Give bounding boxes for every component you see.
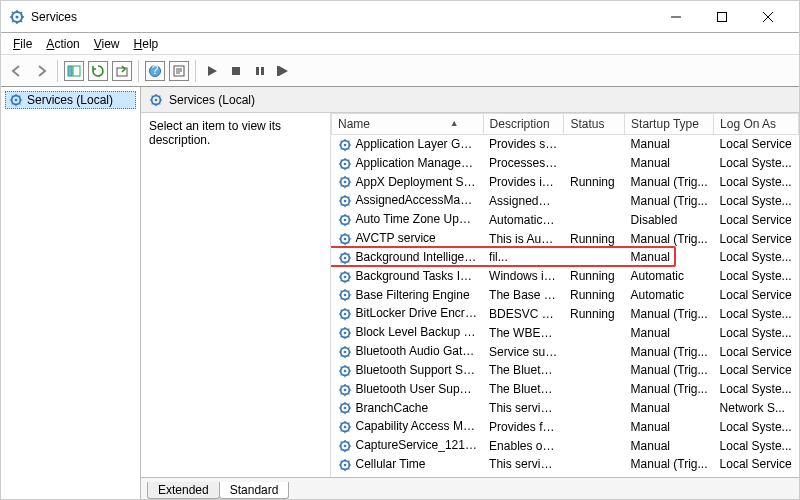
maximize-button[interactable] xyxy=(699,3,745,31)
close-button[interactable] xyxy=(745,3,791,31)
start-icon[interactable] xyxy=(202,61,222,81)
service-logon: Local Service xyxy=(714,135,799,154)
gear-icon xyxy=(338,307,352,321)
service-status xyxy=(564,191,625,210)
service-status xyxy=(564,135,625,154)
service-row[interactable]: Auto Time Zone UpdaterAutomatica...Disab… xyxy=(332,210,799,229)
col-startup[interactable]: Startup Type xyxy=(625,114,714,135)
tab-standard[interactable]: Standard xyxy=(219,482,290,499)
back-icon[interactable] xyxy=(7,61,27,81)
tree-root-services-local[interactable]: Services (Local) xyxy=(5,91,136,109)
service-logon: Local Syste... xyxy=(714,323,799,342)
service-startup: Manual xyxy=(625,399,714,418)
properties-icon[interactable] xyxy=(169,61,189,81)
service-startup: Automatic xyxy=(625,286,714,305)
service-row[interactable]: AppX Deployment Service (...Provides inf… xyxy=(332,173,799,192)
detail-pane: Select an item to view its description. xyxy=(141,113,331,477)
service-status xyxy=(564,436,625,455)
service-desc: BDESVC hos... xyxy=(483,304,564,323)
service-desc: Automatica... xyxy=(483,210,564,229)
service-row[interactable]: Background Tasks Infrastruc...Windows in… xyxy=(332,267,799,286)
pause-icon[interactable] xyxy=(250,61,270,81)
service-logon: Local Syste... xyxy=(714,380,799,399)
service-row[interactable]: Bluetooth Audio Gateway S...Service sup.… xyxy=(332,342,799,361)
service-name: Background Tasks Infrastruc... xyxy=(356,269,484,283)
titlebar[interactable]: Services xyxy=(1,1,799,33)
service-row[interactable]: Certificate PropagationCopies user ...Ma… xyxy=(332,474,799,477)
service-logon: Local Syste... xyxy=(714,267,799,286)
stop-icon[interactable] xyxy=(226,61,246,81)
service-startup: Manual xyxy=(625,154,714,173)
service-name: AssignedAccessManager Se... xyxy=(356,193,484,207)
service-name: Block Level Backup Engine ... xyxy=(356,325,484,339)
service-startup: Manual (Trig... xyxy=(625,342,714,361)
refresh-icon[interactable] xyxy=(88,61,108,81)
service-row[interactable]: Cellular TimeThis service ...Manual (Tri… xyxy=(332,455,799,474)
service-status: Running xyxy=(564,286,625,305)
forward-icon[interactable] xyxy=(31,61,51,81)
service-logon: Local Service xyxy=(714,455,799,474)
service-name: BranchCache xyxy=(356,401,429,415)
service-row[interactable]: Capability Access Manager ...Provides fa… xyxy=(332,417,799,436)
service-startup: Manual xyxy=(625,323,714,342)
service-status xyxy=(564,342,625,361)
service-desc: Processes in... xyxy=(483,154,564,173)
service-row[interactable]: BitLocker Drive Encryption ...BDESVC hos… xyxy=(332,304,799,323)
service-status xyxy=(564,455,625,474)
service-row[interactable]: Base Filtering EngineThe Base Fil...Runn… xyxy=(332,286,799,305)
service-row[interactable]: Application Layer Gateway ...Provides su… xyxy=(332,135,799,154)
service-row[interactable]: Bluetooth User Support Ser...The Bluetoo… xyxy=(332,380,799,399)
service-row[interactable]: Block Level Backup Engine ...The WBENG..… xyxy=(332,323,799,342)
gear-icon xyxy=(338,401,352,415)
menu-action[interactable]: Action xyxy=(40,35,85,53)
service-row[interactable]: CaptureService_121c3357Enables opti...Ma… xyxy=(332,436,799,455)
service-startup: Manual (Trig... xyxy=(625,380,714,399)
service-name: AVCTP service xyxy=(356,231,436,245)
svg-rect-4 xyxy=(73,66,80,76)
gear-icon xyxy=(338,458,352,472)
col-status[interactable]: Status xyxy=(564,114,625,135)
service-name: Auto Time Zone Updater xyxy=(356,212,484,226)
restart-icon[interactable] xyxy=(274,61,294,81)
help-icon[interactable]: ? xyxy=(145,61,165,81)
service-name: BitLocker Drive Encryption ... xyxy=(356,306,484,320)
svg-text:?: ? xyxy=(152,64,159,77)
service-grid[interactable]: Name▲ Description Status Startup Type Lo… xyxy=(331,113,799,477)
service-status xyxy=(564,417,625,436)
tab-extended[interactable]: Extended xyxy=(147,482,220,499)
service-logon: Local Service xyxy=(714,361,799,380)
service-status xyxy=(564,154,625,173)
service-logon: Local Syste... xyxy=(714,154,799,173)
gear-icon xyxy=(149,93,163,107)
service-status xyxy=(564,399,625,418)
show-hide-tree-icon[interactable] xyxy=(64,61,84,81)
minimize-button[interactable] xyxy=(653,3,699,31)
service-row[interactable]: Application ManagementProcesses in...Man… xyxy=(332,154,799,173)
menu-help[interactable]: Help xyxy=(128,35,165,53)
service-startup: Manual (Trig... xyxy=(625,191,714,210)
service-name: AppX Deployment Service (... xyxy=(356,175,484,189)
svg-rect-12 xyxy=(277,66,279,76)
col-description[interactable]: Description xyxy=(483,114,564,135)
gear-icon xyxy=(338,175,352,189)
service-desc: Provides inf... xyxy=(483,173,564,192)
service-row[interactable]: Background Intelligent Transfer Servicef… xyxy=(332,248,799,267)
service-startup: Manual xyxy=(625,135,714,154)
col-logon[interactable]: Log On As xyxy=(714,114,799,135)
col-name[interactable]: Name▲ xyxy=(332,114,484,135)
service-logon: Local Syste... xyxy=(714,417,799,436)
service-desc: The Bluetoo... xyxy=(483,361,564,380)
app-icon xyxy=(9,9,25,25)
service-status xyxy=(564,380,625,399)
export-icon[interactable] xyxy=(112,61,132,81)
service-desc: fil... xyxy=(483,248,564,267)
view-header: Services (Local) xyxy=(141,87,799,113)
menu-view[interactable]: View xyxy=(88,35,126,53)
service-row[interactable]: AssignedAccessManager Se...AssignedAc...… xyxy=(332,191,799,210)
service-row[interactable]: Bluetooth Support ServiceThe Bluetoo...M… xyxy=(332,361,799,380)
menu-file[interactable]: File xyxy=(7,35,38,53)
service-row[interactable]: AVCTP serviceThis is Audi...RunningManua… xyxy=(332,229,799,248)
service-logon: Local Syste... xyxy=(714,474,799,477)
service-row[interactable]: BranchCacheThis service ...ManualNetwork… xyxy=(332,399,799,418)
service-name: Bluetooth User Support Ser... xyxy=(356,382,484,396)
